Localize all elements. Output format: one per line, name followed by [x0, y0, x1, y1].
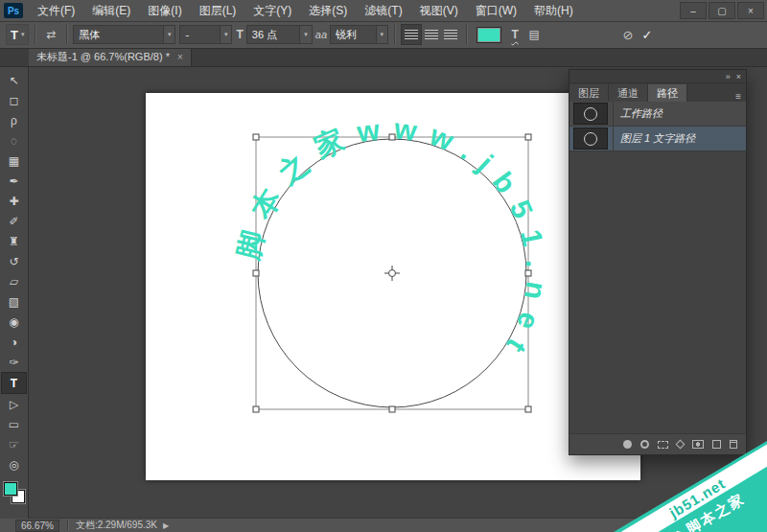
quick-selection-tool[interactable]: ◌	[2, 130, 26, 150]
horizontal-type-icon: T	[11, 377, 17, 390]
font-style-select[interactable]: - ▾	[179, 25, 232, 44]
menu-view[interactable]: 视图(V)	[411, 0, 467, 21]
watermark-triangle: jb51.net 脚本之家	[614, 441, 767, 532]
gradient-tool[interactable]: ▧	[2, 291, 26, 312]
document-tab-title: 未标题-1 @ 66.7%(RGB/8) *	[36, 50, 170, 64]
panel-menu-icon[interactable]: ≡	[731, 91, 746, 102]
history-brush-icon: ↺	[9, 255, 18, 268]
eraser-tool[interactable]: ▱	[2, 271, 26, 291]
panel-tabs: 图层通道路径≡	[569, 83, 746, 102]
spot-healing-brush-tool[interactable]: ✚	[2, 191, 26, 211]
menu-help[interactable]: 帮助(H)	[525, 0, 582, 21]
foreground-swatch[interactable]	[4, 482, 17, 496]
text-on-path[interactable]: 脚本之家www.jb51.net	[231, 112, 552, 369]
text-color-swatch[interactable]	[476, 27, 501, 43]
photoshop-window: { "titlebar": { "logo": "Ps", "menus": […	[0, 0, 767, 532]
menu-image[interactable]: 图像(I)	[139, 0, 190, 21]
rectangular-marquee-tool[interactable]: ◻	[2, 90, 26, 110]
tool-preset-picker[interactable]: T ▾	[6, 24, 29, 45]
panel-tab-paths[interactable]: 路径	[648, 84, 687, 102]
move-icon: ↖	[9, 74, 18, 87]
text-orientation-toggle[interactable]: ⇄	[41, 25, 60, 44]
spot-healing-brush-icon: ✚	[9, 195, 18, 208]
font-size-select[interactable]: 36 点 ▾	[246, 25, 313, 44]
menu-file[interactable]: 文件(F)	[29, 0, 83, 21]
type-tool-options-bar: T ▾ ⇄ 黑体 ▾ - ▾ T 36 点 ▾ aa 锐利 ▾ T ▤ ⊘ ✓	[0, 21, 767, 49]
clone-stamp-icon: ♜	[9, 235, 19, 248]
path-label: 图层 1 文字路径	[620, 131, 695, 146]
menu-filter[interactable]: 滤镜(T)	[356, 0, 410, 21]
close-button[interactable]: ×	[737, 2, 764, 19]
tab-close-icon[interactable]: ×	[177, 52, 183, 62]
zoom-level-field[interactable]: 66.67%	[15, 520, 59, 532]
divider	[466, 25, 467, 44]
pen-tool[interactable]: ✑	[2, 352, 26, 372]
divider	[66, 25, 67, 44]
align-right-icon	[444, 30, 457, 40]
divider	[613, 127, 614, 150]
crop-tool[interactable]: ▦	[2, 150, 26, 171]
zoom-tool[interactable]: ◎	[2, 454, 26, 474]
panel-tab-channels[interactable]: 通道	[609, 84, 648, 102]
hand-tool[interactable]: ☞	[2, 434, 26, 454]
eraser-icon: ▱	[10, 275, 18, 289]
tools-container: ↖◻ρ◌▦✒✚✐♜↺▱▧◉◑✑T▷▭☞◎	[1, 70, 27, 474]
paths-panel: » × 图层通道路径≡ 工作路径图层 1 文字路径	[569, 69, 747, 455]
zoom-icon: ◎	[9, 458, 18, 472]
chevron-down-icon: ▾	[299, 26, 312, 43]
menu-type[interactable]: 文字(Y)	[244, 0, 300, 21]
path-selection-icon: ▷	[10, 398, 18, 411]
anti-alias-select[interactable]: 锐利 ▾	[330, 25, 388, 44]
divider	[67, 520, 68, 530]
minimize-button[interactable]: –	[680, 2, 707, 19]
collapse-panel-icon[interactable]: »	[726, 72, 731, 81]
font-size-icon: T	[236, 28, 243, 41]
hand-icon: ☞	[9, 438, 19, 451]
align-left-button[interactable]	[401, 24, 422, 45]
close-panel-icon[interactable]: ×	[736, 72, 741, 81]
brush-tool[interactable]: ✐	[2, 211, 26, 231]
history-brush-tool[interactable]: ↺	[2, 251, 26, 271]
maximize-button[interactable]: ▢	[709, 2, 735, 19]
dodge-tool[interactable]: ◑	[2, 332, 26, 352]
blur-tool[interactable]: ◉	[2, 312, 26, 332]
divider	[613, 102, 614, 126]
move-tool[interactable]: ↖	[2, 70, 26, 90]
path-selection-tool[interactable]: ▷	[2, 394, 26, 414]
document-tab-bar: 未标题-1 @ 66.7%(RGB/8) * ×	[0, 48, 767, 67]
chevron-down-icon: ▾	[220, 26, 232, 43]
path-row-layer1-text-path[interactable]: 图层 1 文字路径	[569, 127, 746, 151]
font-family-value: 黑体	[79, 28, 100, 42]
rectangle-tool[interactable]: ▭	[2, 414, 26, 434]
menu-window[interactable]: 窗口(W)	[467, 0, 525, 21]
divider	[35, 25, 35, 44]
warp-text-button[interactable]: T	[505, 25, 524, 44]
document-canvas[interactable]: 脚本之家www.jb51.net	[146, 93, 640, 480]
font-family-select[interactable]: 黑体 ▾	[73, 25, 175, 44]
align-center-button[interactable]	[422, 25, 441, 44]
align-left-icon	[405, 30, 418, 40]
document-tab[interactable]: 未标题-1 @ 66.7%(RGB/8) * ×	[29, 48, 192, 66]
menu-layer[interactable]: 图层(L)	[191, 0, 245, 21]
chevron-down-icon: ▾	[376, 26, 388, 43]
panel-tab-layers[interactable]: 图层	[569, 84, 609, 102]
lasso-icon: ρ	[11, 114, 17, 127]
font-style-value: -	[185, 29, 189, 40]
crop-icon: ▦	[9, 154, 19, 168]
brush-icon: ✐	[9, 215, 18, 228]
clone-stamp-tool[interactable]: ♜	[2, 231, 26, 251]
menu-select[interactable]: 选择(S)	[300, 0, 356, 21]
menu-items: 文件(F)编辑(E)图像(I)图层(L)文字(Y)选择(S)滤镜(T)视图(V)…	[29, 0, 582, 21]
eyedropper-icon: ✒	[9, 174, 18, 188]
align-right-button[interactable]	[441, 25, 460, 44]
cancel-edits-button[interactable]: ⊘	[618, 25, 638, 44]
menu-edit[interactable]: 编辑(E)	[83, 0, 139, 21]
path-row-work-path[interactable]: 工作路径	[569, 102, 746, 127]
lasso-tool[interactable]: ρ	[2, 110, 26, 130]
status-options-arrow-icon[interactable]: ▶	[163, 521, 169, 530]
commit-edits-button[interactable]: ✓	[638, 25, 657, 44]
eyedropper-tool[interactable]: ✒	[2, 171, 26, 191]
horizontal-type-tool[interactable]: T	[1, 372, 27, 394]
toggle-panels-button[interactable]: ▤	[524, 25, 544, 44]
quick-selection-icon: ◌	[11, 134, 17, 148]
